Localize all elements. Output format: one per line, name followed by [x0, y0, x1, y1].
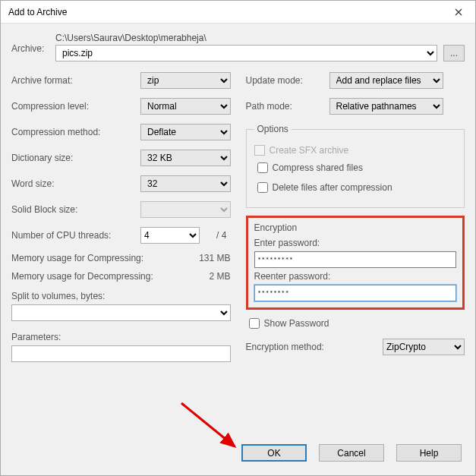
encryption-method-label: Encryption method:: [246, 342, 383, 352]
parameters-input[interactable]: [11, 345, 231, 362]
cancel-button[interactable]: Cancel: [319, 444, 384, 462]
compression-method-label: Compression method:: [11, 127, 140, 137]
word-size-select[interactable]: 32: [140, 175, 231, 192]
content: Archive: C:\Users\Saurav\Desktop\merabhe…: [1, 24, 475, 362]
ok-button[interactable]: OK: [241, 444, 307, 462]
help-button[interactable]: Help: [396, 444, 462, 462]
parameters-label: Parameters:: [11, 332, 231, 342]
sfx-checkbox: [254, 145, 265, 156]
archive-label: Archive:: [11, 33, 55, 54]
left-column: Archive format: zip Compression level: N…: [11, 72, 231, 362]
options-group: Options Create SFX archive Compress shar…: [246, 124, 465, 208]
archive-row: Archive: C:\Users\Saurav\Desktop\merabhe…: [11, 33, 465, 61]
close-button[interactable]: [442, 1, 475, 24]
mem-decompress-value: 2 MB: [209, 271, 230, 282]
compress-shared-checkbox[interactable]: [257, 162, 268, 173]
dialog-buttons: OK Cancel Help: [241, 444, 462, 462]
encryption-method-select[interactable]: ZipCrypto: [383, 339, 465, 355]
svg-line-0: [181, 403, 235, 446]
delete-after-label: Delete files after compression: [273, 182, 392, 193]
delete-after-checkbox[interactable]: [257, 182, 268, 193]
compression-level-select[interactable]: Normal: [140, 98, 231, 115]
reenter-password-label: Reenter password:: [254, 271, 457, 282]
close-icon: [455, 8, 462, 16]
cpu-threads-select[interactable]: 4: [140, 227, 200, 244]
dictionary-size-select[interactable]: 32 KB: [140, 150, 231, 166]
update-mode-label: Update mode:: [246, 75, 329, 86]
options-legend: Options: [254, 124, 292, 134]
sfx-row: Create SFX archive: [254, 145, 457, 156]
annotation-arrow-icon: [178, 399, 246, 460]
enter-password-input[interactable]: [254, 251, 457, 268]
dictionary-size-label: Dictionary size:: [11, 153, 140, 163]
sfx-label: Create SFX archive: [270, 145, 349, 156]
split-volumes-select[interactable]: [11, 304, 231, 321]
archive-format-label: Archive format:: [11, 75, 140, 86]
archive-path: C:\Users\Saurav\Desktop\merabheja\: [55, 33, 465, 43]
cpu-threads-label: Number of CPU threads:: [11, 230, 140, 241]
archive-filename-select[interactable]: pics.zip: [55, 45, 437, 61]
browse-button[interactable]: ...: [443, 45, 465, 61]
path-mode-select[interactable]: Relative pathnames: [329, 98, 443, 115]
solid-block-size-select: [140, 201, 231, 218]
window-title: Add to Archive: [8, 7, 442, 17]
show-password-checkbox[interactable]: [249, 318, 260, 329]
path-mode-label: Path mode:: [246, 101, 329, 112]
archive-format-select[interactable]: zip: [140, 72, 231, 89]
mem-decompress-label: Memory usage for Decompressing:: [11, 271, 153, 282]
titlebar: Add to Archive: [1, 1, 475, 24]
split-volumes-label: Split to volumes, bytes:: [11, 291, 231, 301]
mem-compress-value: 131 MB: [199, 253, 230, 263]
reenter-password-input[interactable]: [254, 285, 457, 301]
compression-method-select[interactable]: Deflate: [140, 124, 231, 140]
right-column: Update mode: Add and replace files Path …: [246, 72, 465, 362]
show-password-label: Show Password: [264, 318, 329, 329]
mem-compress-label: Memory usage for Compressing:: [11, 253, 143, 263]
dialog-window: Add to Archive Archive: C:\Users\Saurav\…: [0, 0, 476, 476]
solid-block-size-label: Solid Block size:: [11, 204, 140, 215]
compression-level-label: Compression level:: [11, 101, 140, 112]
encryption-legend: Encryption: [254, 222, 457, 233]
update-mode-select[interactable]: Add and replace files: [329, 72, 443, 89]
compress-shared-label: Compress shared files: [273, 162, 363, 173]
enter-password-label: Enter password:: [254, 238, 457, 248]
word-size-label: Word size:: [11, 178, 140, 189]
encryption-highlight: Encryption Enter password: Reenter passw…: [246, 216, 465, 310]
cpu-threads-total: / 4: [216, 230, 226, 241]
